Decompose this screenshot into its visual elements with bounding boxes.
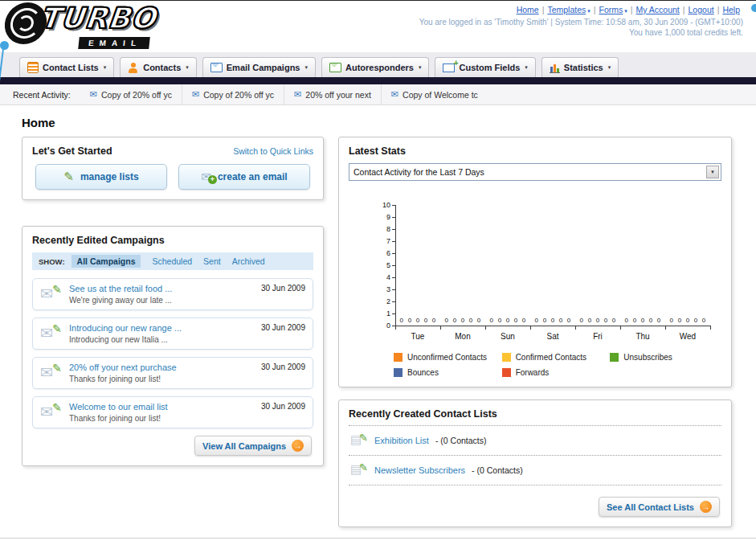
campaigns-filter-archived[interactable]: Archived: [232, 256, 265, 266]
contact-list-count: - (0 Contacts): [472, 465, 523, 475]
recent-activity-item[interactable]: ✉20% off your next: [284, 84, 381, 104]
legend-swatch: [502, 368, 511, 377]
stats-period-select[interactable]: Contact Activity for the Last 7 Days ▼: [349, 163, 721, 181]
y-axis-tick-label: 10: [373, 201, 390, 209]
contact-list-link[interactable]: Newsletter Subscribers: [374, 465, 465, 475]
email-icon: ✉: [391, 89, 398, 100]
campaign-title-link[interactable]: Introducing our new range ...: [69, 323, 248, 333]
contact-list-row: ▤✎Newsletter Subscribers- (0 Contacts): [349, 456, 721, 485]
contact-lists-icon: [27, 62, 39, 73]
email-edit-icon: ✉✎: [40, 323, 63, 344]
campaign-list: ✉✎See us at the retail food ...We're giv…: [32, 278, 313, 428]
pencil-icon: ✎: [63, 170, 74, 184]
contact-list-items: ▤✎Exhibition List- (0 Contacts)▤✎Newslet…: [349, 426, 721, 485]
top-link-my-account[interactable]: My Account: [636, 5, 680, 14]
tab-custom-fields[interactable]: Custom Fields▾: [435, 57, 535, 77]
contact-list-link[interactable]: Exhibition List: [374, 436, 429, 445]
x-axis-tick: [710, 326, 711, 330]
campaign-subtitle: Thanks for joining our list!: [69, 375, 248, 383]
credits-info: You have 1,000 total credits left.: [419, 28, 743, 37]
y-axis-tick-label: 2: [373, 297, 390, 305]
legend-swatch: [394, 368, 403, 377]
tab-email-campaigns[interactable]: Email Campaigns▾: [202, 57, 316, 77]
legend-swatch: [394, 353, 403, 362]
see-all-contact-lists-button[interactable]: See All Contact Lists →: [599, 497, 720, 517]
view-all-campaigns-button[interactable]: View All Campaigns →: [194, 436, 312, 456]
tab-contact-lists[interactable]: Contact Lists▾: [19, 57, 114, 77]
top-link-help[interactable]: Help: [722, 5, 740, 14]
tab-contacts[interactable]: Contacts▾: [120, 57, 197, 77]
chevron-down-icon: ▾: [304, 64, 308, 71]
page-title: Home: [22, 116, 756, 129]
top-link-logout[interactable]: Logout: [689, 5, 714, 14]
campaign-title-link[interactable]: 20% off your next purchase: [69, 363, 248, 372]
campaign-title-link[interactable]: See us at the retail food ...: [69, 284, 248, 293]
get-started-title: Let's Get Started: [32, 145, 112, 157]
header: TURBO EMAIL Home|Templates▾|Forms▾|My Ac…: [0, 1, 756, 52]
x-axis-category-label: Tue: [395, 332, 440, 341]
manage-lists-label: manage lists: [80, 171, 139, 182]
top-link-forms[interactable]: Forms▾: [599, 5, 627, 14]
legend-item: Unconfirmed Contacts: [394, 353, 502, 362]
top-link-home[interactable]: Home: [517, 5, 539, 14]
chevron-down-icon: ▾: [608, 64, 611, 71]
campaigns-panel: Recently Edited Campaigns SHOW: All Camp…: [22, 226, 324, 466]
x-axis-category-label: Thu: [620, 332, 665, 341]
campaign-subtitle: We're giving away our late ...: [69, 296, 248, 305]
chevron-down-icon: ▾: [525, 64, 528, 71]
recent-activity-item[interactable]: ✉Copy of 20% off yc: [182, 84, 284, 104]
campaign-subtitle: Thanks for joining our list!: [69, 414, 248, 423]
campaign-filter-tabs: All CampaignsScheduledSentArchived: [72, 255, 265, 268]
bar-value-labels: 00000: [395, 317, 440, 324]
arrow-right-icon: →: [292, 440, 304, 452]
x-axis-tick: [665, 326, 666, 330]
view-all-campaigns-label: View All Campaigns: [202, 441, 286, 451]
email-icon: ✉: [294, 89, 301, 100]
campaigns-filter-sent[interactable]: Sent: [203, 256, 221, 266]
create-email-button[interactable]: ✉+ create an email: [178, 164, 310, 190]
x-axis-category-label: Wed: [665, 332, 710, 341]
show-label: SHOW:: [39, 257, 65, 266]
x-axis-category-label: Mon: [440, 332, 485, 341]
x-axis-category-label: Sat: [530, 332, 575, 341]
bar-value-labels: 00000: [485, 317, 530, 324]
chart-legend: Unconfirmed ContactsConfirmed ContactsUn…: [394, 353, 718, 377]
recent-activity-item[interactable]: ✉Copy of Welcome tc: [381, 84, 488, 104]
campaigns-filter-all-campaigns[interactable]: All Campaigns: [72, 255, 141, 268]
footer-divider: [0, 538, 756, 539]
create-email-label: create an email: [218, 171, 288, 182]
email-edit-icon: ✉✎: [40, 402, 63, 423]
bar-value-labels: 00000: [620, 317, 665, 324]
get-started-buttons: ✎ manage lists ✉+ create an email: [35, 164, 310, 190]
tab-statistics[interactable]: Statistics▾: [541, 57, 619, 77]
tab-autoresponders[interactable]: Autoresponders▾: [321, 57, 429, 77]
email-icon: ✉: [192, 89, 199, 100]
turbo-email-logo: TURBO EMAIL: [5, 2, 157, 49]
right-column: Latest Stats Contact Activity for the La…: [338, 137, 732, 527]
campaign-title-link[interactable]: Welcome to our email list: [69, 402, 248, 412]
campaign-date: 30 Jun 2009: [261, 363, 305, 371]
recent-activity-item[interactable]: ✉Copy of 20% off yc: [80, 84, 182, 104]
campaign-row: ✉✎Introducing our new range ...Introduci…: [32, 318, 313, 350]
campaign-subtitle: Introducing our new Italia ...: [69, 335, 248, 344]
chevron-down-icon: ▾: [186, 64, 189, 71]
bar-value-labels: 00000: [575, 317, 620, 324]
logo-subtitle: EMAIL: [78, 37, 150, 49]
y-axis-tick-label: 8: [373, 225, 390, 233]
manage-lists-button[interactable]: ✎ manage lists: [35, 164, 167, 190]
recent-activity-items: ✉Copy of 20% off yc✉Copy of 20% off yc✉2…: [80, 84, 488, 104]
email-campaigns-icon: [210, 63, 223, 72]
decoration-dot-right: [751, 4, 756, 12]
legend-swatch: [610, 353, 619, 362]
legend-item: Confirmed Contacts: [502, 353, 611, 362]
arrow-right-icon: →: [700, 501, 712, 513]
legend-item: Bounces: [394, 368, 502, 377]
campaign-row: ✉✎See us at the retail food ...We're giv…: [32, 278, 313, 310]
x-axis-tick: [530, 326, 531, 330]
campaigns-filter-scheduled[interactable]: Scheduled: [152, 256, 192, 266]
switch-quick-links-link[interactable]: Switch to Quick Links: [233, 146, 313, 156]
contact-list-row: ▤✎Exhibition List- (0 Contacts): [349, 426, 721, 456]
contact-list-count: - (0 Contacts): [435, 436, 487, 445]
top-link-templates[interactable]: Templates▾: [547, 5, 590, 14]
x-axis-tick: [395, 326, 396, 330]
